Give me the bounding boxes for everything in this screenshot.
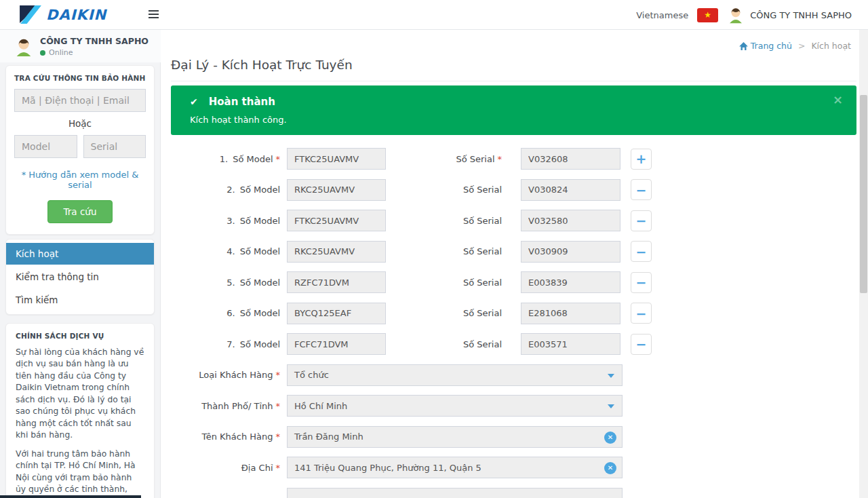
serial-input[interactable] [521,179,620,201]
clear-input-icon[interactable]: ✕ [604,432,616,444]
alert-message: Kích hoạt thành công. [190,114,837,126]
serial-label: Số Serial [386,277,502,288]
hamburger-menu-icon[interactable] [146,9,160,21]
avatar-icon [14,37,34,57]
serial-input[interactable] [521,271,620,293]
model-label: 2.Số Model [171,185,280,195]
online-status-label: Online [49,48,73,57]
serial-input[interactable] [521,333,620,355]
topbar-right: Vietnamese ★ CÔNG TY TNHH SAPHO [636,0,852,30]
language-label[interactable]: Vietnamese [636,10,688,20]
device-row: 3.Số Model Số Serial − [171,210,856,231]
avatar-icon [727,6,745,24]
model-input[interactable] [287,303,386,324]
lookup-search-button[interactable]: Tra cứu [47,200,113,223]
model-label: 1.Số Model* [171,154,280,164]
remove-row-button[interactable]: − [631,241,652,262]
page-title: Đại Lý - Kích Hoạt Trực Tuyến [171,58,856,81]
sidebar-item-tim-kiem[interactable]: Tìm kiếm [6,289,154,311]
device-row: 4.Số Model Số Serial − [171,241,856,263]
chevron-down-icon [608,374,614,378]
sidebar-item-kich-hoat[interactable]: Kích hoạt [6,243,154,265]
city-row: Thành Phố/ Tỉnh* Hồ Chí Minh [171,395,856,417]
model-label: 4.Số Model [171,246,280,256]
warranty-lookup-panel: TRA CỨU THÔNG TIN BẢO HÀNH Hoặc * Hướng … [5,65,155,235]
sidebar-menu: Kích hoạt Kiểm tra thông tin Tìm kiếm [5,239,155,315]
customer-name-row: Tên Khách Hàng* Trần Đăng Minh✕ [171,426,856,448]
policy-paragraph: Sự hài lòng của khách hàng về dịch vụ sa… [16,347,144,442]
serial-input[interactable] [521,303,620,324]
remove-row-button[interactable]: − [631,334,652,355]
partial-input[interactable] [287,488,623,498]
model-input[interactable] [287,333,386,355]
next-field-row-partial [171,488,856,498]
serial-input[interactable] [521,148,620,170]
brand-text: DAIKIN [46,7,106,23]
sidebar-item-kiem-tra-thong-tin[interactable]: Kiểm tra thông tin [6,266,154,288]
address-input[interactable]: 141 Triệu Quang Phục, Phường 11, Quận 5✕ [287,457,623,478]
sidebar-user-name: CÔNG TY TNHH SAPHO [40,36,149,46]
sidebar-bottom-strip [0,495,141,498]
serial-label: Số Serial [386,216,502,226]
remove-row-button[interactable]: − [631,179,652,200]
device-row: 2.Số Model Số Serial − [171,179,856,201]
scrollbar-thumb[interactable] [860,95,867,293]
success-alert: ✔Hoàn thành Kích hoạt thành công. × [171,85,856,135]
sidebar-user-panel: CÔNG TY TNHH SAPHO Online [0,30,161,62]
serial-label: Số Serial [386,308,502,318]
serial-label: Số Serial [386,185,502,195]
model-serial-guide-link[interactable]: * Hướng dẫn xem model & serial [14,170,146,190]
customer-name-input[interactable]: Trần Đăng Minh✕ [287,426,623,448]
user-menu[interactable]: CÔNG TY TNHH SAPHO [727,6,852,24]
clear-input-icon[interactable]: ✕ [604,462,616,474]
model-label: 3.Số Model [171,216,280,226]
city-select[interactable]: Hồ Chí Minh [287,395,623,417]
policy-paragraph: Với hai trung tâm bảo hành chính tại TP.… [16,448,144,498]
vietnam-flag-icon[interactable]: ★ [697,8,718,22]
sidebar: CÔNG TY TNHH SAPHO Online TRA CỨU THÔNG … [0,30,161,498]
remove-row-button[interactable]: − [631,272,652,293]
serial-input[interactable] [521,241,620,263]
topbar: DAIKIN Vietnamese ★ CÔNG TY TNHH SAPHO [0,0,868,30]
serial-input[interactable] [521,210,620,231]
breadcrumb-current: Kích hoạt [811,41,851,51]
online-status-dot [40,50,45,56]
address-row: Địa Chỉ* 141 Triệu Quang Phục, Phường 11… [171,457,856,478]
customer-name-label: Tên Khách Hàng* [171,432,280,442]
activation-form: 1.Số Model* Số Serial* + 2.Số Model Số S… [171,148,856,498]
address-label: Địa Chỉ* [171,463,280,473]
lookup-serial-input[interactable] [83,135,146,158]
main-content: Trang chủ > Kích hoạt Đại Lý - Kích Hoạt… [161,30,868,498]
device-row: 6.Số Model Số Serial − [171,303,856,324]
check-icon: ✔ [190,95,198,109]
device-row: 1.Số Model* Số Serial* + [171,148,856,170]
city-label: Thành Phố/ Tỉnh* [171,401,280,411]
model-label: 5.Số Model [171,277,280,288]
breadcrumb-home-link[interactable]: Trang chủ [739,41,792,51]
model-input[interactable] [287,179,386,201]
lookup-code-input[interactable] [14,89,146,112]
lookup-model-input[interactable] [14,135,77,158]
remove-row-button[interactable]: − [631,303,652,324]
topbar-user-name: CÔNG TY TNHH SAPHO [750,10,852,20]
serial-label: Số Serial [386,246,502,256]
daikin-logo[interactable]: DAIKIN [19,5,106,24]
or-label: Hoặc [14,118,146,129]
device-row: 5.Số Model Số Serial − [171,271,856,293]
serial-label: Số Serial [386,339,502,349]
home-icon [739,42,748,50]
model-input[interactable] [287,210,386,231]
remove-row-button[interactable]: − [631,210,652,231]
daikin-logo-mark [19,5,41,24]
vertical-scrollbar [859,30,868,498]
chevron-down-icon [608,404,614,408]
model-input[interactable] [287,148,386,170]
close-icon[interactable]: × [833,94,843,106]
model-input[interactable] [287,241,386,263]
serial-label: Số Serial* [386,154,502,164]
device-row: 7.Số Model Số Serial − [171,333,856,355]
model-label: 7.Số Model [171,339,280,349]
add-row-button[interactable]: + [631,149,652,170]
customer-type-select[interactable]: Tổ chức [287,364,623,386]
model-input[interactable] [287,271,386,293]
